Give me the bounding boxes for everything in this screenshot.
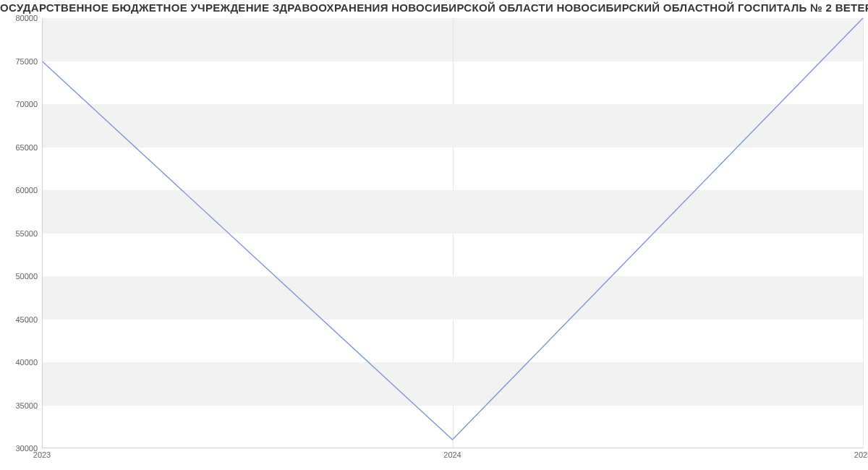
y-tick-label: 60000 bbox=[1, 186, 38, 195]
chart-container: ОСУДАРСТВЕННОЕ БЮДЖЕТНОЕ УЧРЕЖДЕНИЕ ЗДРА… bbox=[0, 0, 868, 470]
y-tick-label: 50000 bbox=[1, 272, 38, 281]
chart-title: ОСУДАРСТВЕННОЕ БЮДЖЕТНОЕ УЧРЕЖДЕНИЕ ЗДРА… bbox=[0, 1, 868, 14]
y-tick-label: 80000 bbox=[1, 14, 38, 22]
y-tick-label: 35000 bbox=[1, 401, 38, 410]
y-tick-label: 75000 bbox=[1, 57, 38, 66]
plot-area bbox=[42, 18, 863, 448]
x-axis-line bbox=[42, 448, 863, 448]
x-tick-label: 2024 bbox=[443, 450, 461, 459]
y-tick-label: 45000 bbox=[1, 315, 38, 324]
x-tick-label: 2025 bbox=[854, 450, 868, 459]
grid-line-vertical bbox=[863, 18, 864, 448]
line-series-svg bbox=[42, 18, 863, 448]
series-line bbox=[42, 18, 863, 440]
y-tick-label: 40000 bbox=[1, 358, 38, 367]
y-axis-line bbox=[42, 18, 43, 448]
y-tick-label: 30000 bbox=[1, 444, 38, 453]
y-tick-label: 70000 bbox=[1, 100, 38, 108]
y-tick-label: 65000 bbox=[1, 143, 38, 152]
y-tick-label: 55000 bbox=[1, 229, 38, 238]
x-tick-label: 2023 bbox=[33, 450, 51, 459]
